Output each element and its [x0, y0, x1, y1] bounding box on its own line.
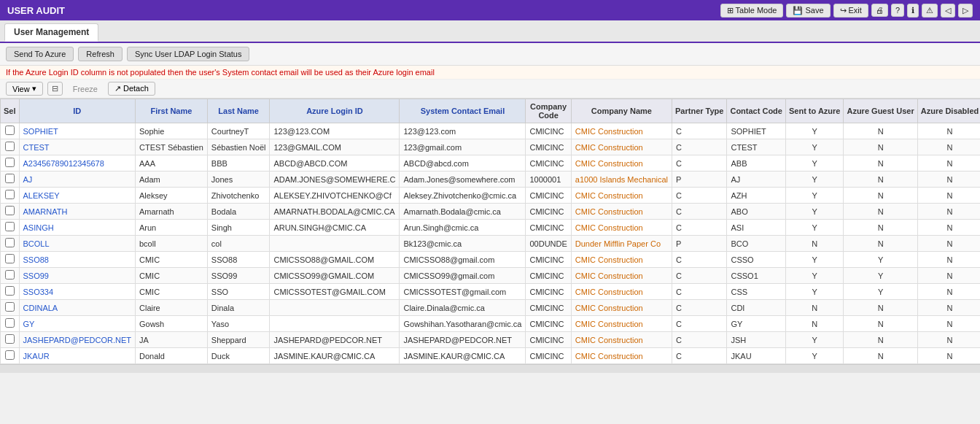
cell-sel[interactable]: [1, 188, 20, 204]
cell-companyCode: CMICINC: [526, 155, 571, 171]
table-row[interactable]: ASINGHArunSinghARUN.SINGH@CMIC.CAArun.Si…: [1, 220, 981, 236]
cell-partnerType: C: [672, 284, 727, 300]
col-header-lastName[interactable]: Last Name: [207, 99, 270, 123]
table-row[interactable]: AJAdamJonesADAM.JONES@SOMEWHERE.CAdam.Jo…: [1, 171, 981, 188]
horizontal-scrollbar[interactable]: [0, 364, 980, 373]
col-header-systemContactEmail[interactable]: System Contact Email: [400, 99, 526, 123]
table-row[interactable]: JASHEPARD@PEDCOR.NETJASheppardJASHEPARD@…: [1, 332, 981, 348]
cell-sel[interactable]: [1, 236, 20, 252]
col-header-azureDisabled[interactable]: Azure Disabled: [917, 99, 980, 123]
cell-companyName: CMIC Construction: [571, 204, 672, 220]
refresh-btn[interactable]: Refresh: [78, 47, 122, 61]
row-checkbox[interactable]: [5, 142, 15, 151]
row-checkbox[interactable]: [5, 334, 15, 344]
tab-user-management[interactable]: User Management: [4, 23, 98, 42]
cell-sel[interactable]: [1, 220, 20, 236]
table-row[interactable]: JKAURDonaldDuckJASMINE.KAUR@CMIC.CAJASMI…: [1, 348, 981, 364]
table-row[interactable]: ALEKSEYAlekseyZhivotchenkoALEKSEY.ZHIVOT…: [1, 188, 981, 204]
col-header-partnerType[interactable]: Partner Type: [672, 99, 727, 123]
cell-companyCode: CMICINC: [526, 284, 571, 300]
col-header-sel[interactable]: Sel: [1, 99, 20, 123]
print-btn[interactable]: 🖨: [871, 4, 888, 17]
cell-firstName: CTEST Sébastien: [136, 139, 208, 155]
cell-lastName: Duck: [207, 348, 270, 364]
cell-contactCode: CSSO: [727, 252, 786, 268]
row-checkbox[interactable]: [5, 270, 15, 280]
table-row[interactable]: A23456789012345678AAABBBABCD@ABCD.COMABC…: [1, 155, 981, 171]
table-row[interactable]: SSO334CMICSSOCMICSSOTEST@GMAIL.COMCMICSS…: [1, 284, 981, 300]
row-checkbox[interactable]: [5, 350, 15, 360]
table-row[interactable]: SOPHIETSophieCourtneyT123@123.COM123@123…: [1, 123, 981, 139]
row-checkbox[interactable]: [5, 302, 15, 312]
table-row[interactable]: CDINALAClaireDinalaClaire.Dinala@cmic.ca…: [1, 300, 981, 316]
cell-azureGuestUser: N: [844, 155, 917, 171]
exit-btn[interactable]: ↪ Exit: [833, 4, 868, 18]
cell-partnerType: C: [672, 348, 727, 364]
col-header-id[interactable]: ID: [19, 99, 135, 123]
app-title: USER AUDIT: [7, 5, 65, 16]
cell-sel[interactable]: [1, 155, 20, 171]
cell-sel[interactable]: [1, 332, 20, 348]
sync-ldap-btn[interactable]: Sync User LDAP Login Status: [127, 47, 250, 61]
cell-systemContactEmail: CMICSSOTEST@gmail.com: [400, 284, 526, 300]
col-header-contactCode[interactable]: Contact Code: [727, 99, 786, 123]
question-icon: ?: [895, 6, 900, 15]
cell-sel[interactable]: [1, 252, 20, 268]
forward-btn[interactable]: ▷: [958, 4, 973, 18]
row-checkbox[interactable]: [5, 158, 15, 167]
table-row[interactable]: SSO99CMICSSO99CMICSSO99@GMAIL.COMCMICSSO…: [1, 268, 981, 284]
col-header-azureLoginId[interactable]: Azure Login ID: [270, 99, 400, 123]
cell-sel[interactable]: [1, 171, 20, 188]
col-header-companyName[interactable]: Company Name: [571, 99, 672, 123]
cell-systemContactEmail: 123@gmail.com: [400, 139, 526, 155]
detach-btn[interactable]: ↗ Detach: [108, 82, 155, 96]
alert-btn[interactable]: ⚠: [922, 4, 938, 18]
row-checkbox[interactable]: [5, 174, 15, 183]
row-checkbox[interactable]: [5, 126, 15, 135]
col-header-azureGuestUser[interactable]: Azure Guest User: [844, 99, 917, 123]
table-row[interactable]: AMARNATHAmarnathBodalaAMARNATH.BODALA@CM…: [1, 204, 981, 220]
cell-sel[interactable]: [1, 348, 20, 364]
cell-azureDisabled: N: [917, 155, 980, 171]
cell-id: SSO334: [19, 284, 135, 300]
col-header-companyCode[interactable]: Company Code: [526, 99, 571, 123]
row-checkbox[interactable]: [5, 286, 15, 296]
cell-systemContactEmail: Adam.Jones@somewhere.com: [400, 171, 526, 188]
cell-partnerType: C: [672, 300, 727, 316]
cell-lastName: Sébastien Noël: [207, 139, 270, 155]
cell-sel[interactable]: [1, 204, 20, 220]
back-btn[interactable]: ◁: [941, 4, 955, 18]
table-row[interactable]: SSO88CMICSSO88CMICSSO88@GMAIL.COMCMICSSO…: [1, 252, 981, 268]
table-mode-btn[interactable]: ⊞ Table Mode: [720, 4, 784, 18]
row-checkbox[interactable]: [5, 222, 15, 231]
cell-sel[interactable]: [1, 284, 20, 300]
cell-sel[interactable]: [1, 139, 20, 155]
cell-lastName: Singh: [207, 220, 270, 236]
cell-lastName: SSO88: [207, 252, 270, 268]
row-checkbox[interactable]: [5, 206, 15, 215]
cell-sel[interactable]: [1, 123, 20, 139]
grid-icon-btn[interactable]: ⊟: [47, 82, 63, 96]
cell-companyName: CMIC Construction: [571, 348, 672, 364]
cell-contactCode: ASI: [727, 220, 786, 236]
table-row[interactable]: BCOLLbcollcolBk123@cmic.ca00DUNDEDunder …: [1, 236, 981, 252]
help-btn[interactable]: ?: [891, 4, 904, 17]
cell-sentToAzure: N: [785, 316, 844, 332]
row-checkbox[interactable]: [5, 238, 15, 247]
cell-companyCode: 1000001: [526, 171, 571, 188]
data-table-container[interactable]: SelIDFirst NameLast NameAzure Login IDSy…: [0, 99, 980, 364]
col-header-firstName[interactable]: First Name: [136, 99, 208, 123]
info-btn[interactable]: ℹ: [907, 4, 919, 18]
row-checkbox[interactable]: [5, 254, 15, 263]
col-header-sentToAzure[interactable]: Sent to Azure: [785, 99, 844, 123]
row-checkbox[interactable]: [5, 318, 15, 328]
table-row[interactable]: CTESTCTEST SébastienSébastien Noël123@GM…: [1, 139, 981, 155]
cell-sel[interactable]: [1, 268, 20, 284]
view-btn[interactable]: View ▾: [6, 82, 43, 96]
cell-sel[interactable]: [1, 316, 20, 332]
cell-sel[interactable]: [1, 300, 20, 316]
send-azure-btn[interactable]: Send To Azure: [6, 47, 74, 61]
save-btn[interactable]: 💾 Save: [786, 4, 830, 18]
row-checkbox[interactable]: [5, 190, 15, 199]
table-row[interactable]: GYGowshYasoGowshihan.Yasotharan@cmic.caC…: [1, 316, 981, 332]
